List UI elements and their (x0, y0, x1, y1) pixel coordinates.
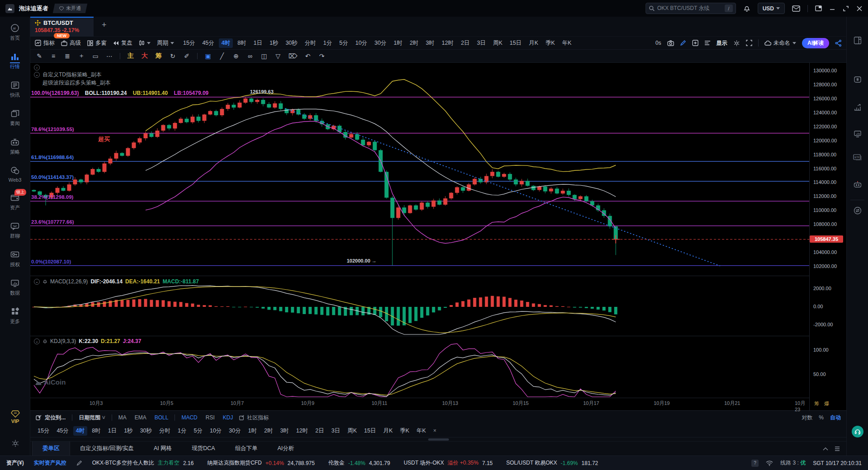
chevron-down-icon[interactable]: ⌄ (34, 338, 40, 344)
search-input[interactable]: OKX BTC/USDT 永续 / (646, 3, 736, 14)
indicator-chip[interactable]: RSI (206, 414, 215, 421)
timeframe-option[interactable]: 季K (397, 426, 412, 436)
timeframe-option[interactable]: 30分 (226, 426, 243, 436)
crosshair-tool-icon[interactable]: ＋ (78, 52, 85, 60)
advanced-button[interactable]: 高级 (61, 39, 81, 47)
chevron-down-icon[interactable]: ⌄ (34, 279, 40, 285)
timeframe-option[interactable]: 45分 (54, 426, 71, 436)
multi-window-button[interactable]: 多窗 (87, 39, 107, 47)
sidebar-item[interactable]: 群聊 (10, 221, 20, 240)
timeframe-option[interactable]: 年K (414, 426, 429, 436)
timeframe-option[interactable]: 15日 (507, 38, 524, 48)
timeframe-option[interactable]: 1日 (251, 38, 265, 48)
timeframe-option[interactable]: 1秒 (121, 426, 135, 436)
auto-scale-toggle[interactable]: 自动 (830, 414, 841, 422)
ticker-item[interactable]: OKX-BTC多空持仓人数比 主力看空 2.16 (92, 459, 194, 467)
layout-toggle-icon[interactable] (815, 5, 822, 12)
rectangle-tool-icon[interactable]: ▭ (92, 52, 99, 60)
indicator-chip[interactable]: BOLL (155, 414, 169, 421)
timeframe-option[interactable]: 45分 (199, 38, 217, 48)
robot-icon[interactable] (853, 180, 862, 188)
sidebar-item[interactable]: 数据 (10, 278, 20, 296)
timeframe-option[interactable]: 4时 (73, 426, 87, 436)
panel-tab[interactable]: 自定义指标/回测/实盘 (70, 442, 144, 456)
locate-button[interactable]: 定位到... (36, 414, 66, 422)
panel-layout-icon[interactable] (854, 37, 861, 44)
magnet-tool-icon[interactable]: ⊕ (232, 52, 240, 60)
timeframe-option[interactable]: 1时 (245, 426, 259, 436)
collapse-panel-icon[interactable] (823, 446, 828, 451)
pattern-tool-icon[interactable]: ◫ (260, 52, 268, 60)
replay-button[interactable]: 复盘 (113, 39, 132, 47)
timeframe-option[interactable]: 3日 (329, 426, 343, 436)
sidebar-item-vip[interactable]: VIP (11, 410, 20, 424)
timeframe-option[interactable]: 季K (543, 38, 558, 48)
timeframe-option[interactable]: 5分 (336, 38, 350, 48)
timeframe-option[interactable]: 2时 (261, 426, 275, 436)
timeframe-option[interactable]: 1日 (105, 426, 119, 436)
add-tab-button[interactable]: + (102, 20, 107, 30)
timeframe-option[interactable]: 月K (526, 38, 541, 48)
timeframe-option[interactable]: 8时 (89, 426, 103, 436)
indicator-chip[interactable]: MACD (181, 414, 197, 421)
redo-icon[interactable]: ↷ (318, 52, 326, 60)
timeframe-option[interactable]: 1分 (175, 426, 189, 436)
timeframe-option[interactable]: 月K (381, 426, 396, 436)
panel-menu-icon[interactable] (835, 446, 840, 451)
alert-bell-icon[interactable] (42, 279, 47, 284)
log-scale-toggle[interactable]: 对数 (802, 414, 812, 422)
sidebar-item[interactable]: 更多 (10, 306, 20, 325)
money-icon[interactable] (854, 75, 862, 84)
large-view-button[interactable]: 大 (141, 52, 148, 60)
sidebar-item[interactable]: 要闻 (10, 108, 20, 127)
chips-button[interactable]: 筹 (155, 52, 162, 60)
trend-icon[interactable] (854, 103, 862, 112)
timeframe-option[interactable]: 1分 (321, 38, 335, 48)
currency-select[interactable]: USD (758, 3, 785, 14)
layout-name-dropdown[interactable]: 未命名 (764, 39, 797, 47)
chips-burst-icons[interactable]: 筹 爆 (814, 400, 831, 407)
indicator-button[interactable]: 指标 (35, 39, 55, 47)
settings-gear-icon[interactable] (11, 439, 19, 447)
timeframe-option[interactable]: 12时 (439, 38, 456, 48)
price-axis[interactable]: 130000.00128000.00126000.00124000.001220… (809, 63, 846, 410)
ticker-item[interactable]: SOL/USDT 欧易OKX -1.69% 181.72 (506, 459, 598, 467)
swap-icon[interactable] (854, 207, 862, 215)
timeframe-option[interactable]: 分时 (156, 426, 173, 436)
bell-icon[interactable] (743, 5, 750, 12)
mail-icon[interactable] (792, 5, 800, 12)
add-pane-icon[interactable] (692, 40, 698, 46)
timeframe-option[interactable]: 2时 (407, 38, 421, 48)
sidebar-item[interactable]: 行情 (10, 52, 20, 70)
display-button[interactable]: 显示 (717, 39, 727, 47)
panel-tab[interactable]: 委单区 (32, 442, 70, 456)
select-box-tool-icon[interactable]: ▣ (204, 52, 212, 60)
chevron-down-icon[interactable]: ⌄ (34, 72, 40, 78)
panel-tab[interactable]: 现货DCA (182, 442, 225, 456)
edit-pencil-icon[interactable] (76, 460, 82, 466)
sidebar-item[interactable]: 策略 (10, 137, 20, 155)
asset-toggle[interactable]: 资产(¥) (6, 459, 24, 467)
timeframe-option[interactable]: 15日 (361, 426, 378, 436)
timeframe-option[interactable]: 30秒 (137, 426, 155, 436)
draw-pencil-icon[interactable] (680, 40, 686, 46)
minimize-button[interactable] (829, 5, 835, 12)
drag-handle[interactable] (428, 438, 449, 441)
collapse-icon[interactable]: › (34, 65, 40, 70)
sidebar-item[interactable]: Web3 (9, 165, 22, 183)
indicator-chip[interactable]: MA (118, 414, 127, 421)
alert-bell-icon[interactable] (42, 338, 47, 344)
list-tool-icon[interactable]: ≣ (64, 52, 71, 60)
sidebar-item[interactable]: ai 首页 (10, 23, 20, 42)
timeframe-option[interactable]: 10分 (353, 38, 370, 48)
timeframe-option[interactable]: 周K (490, 38, 505, 48)
indicator-chip[interactable]: KDJ (223, 414, 233, 421)
timeframe-option[interactable]: 3时 (423, 38, 437, 48)
network-line-status[interactable]: 线路 3 : 优 (780, 459, 806, 467)
close-row-button[interactable]: × (433, 428, 436, 434)
main-chart-button[interactable]: 主 (127, 52, 134, 60)
link-tool-icon[interactable]: ∞ (246, 52, 254, 60)
timeframe-option[interactable]: 3时 (278, 426, 292, 436)
timeframe-option[interactable]: 1秒 (267, 38, 281, 48)
indicator-chip[interactable]: EMA (135, 414, 146, 421)
